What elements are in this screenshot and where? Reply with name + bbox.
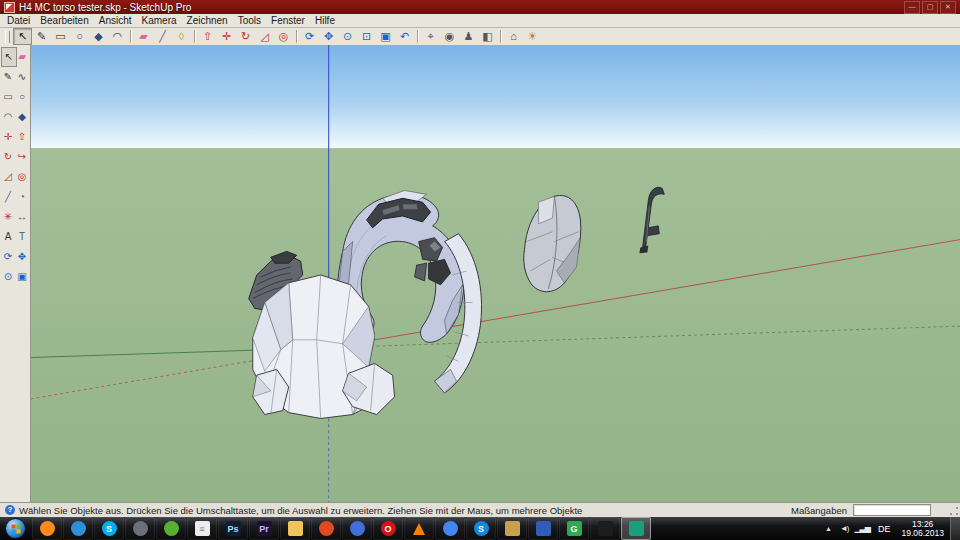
tape-measure-tool[interactable]: ╱ [153, 28, 172, 45]
clock[interactable]: 13:26 19.06.2013 [895, 520, 950, 538]
zoom-tool[interactable]: ⊙ [338, 28, 357, 45]
pan-tool[interactable]: ✥ [319, 28, 338, 45]
taskbar-chrome[interactable] [435, 517, 465, 540]
taskbar-blue-square-app[interactable] [528, 517, 558, 540]
taskbar-firefox[interactable] [32, 517, 62, 540]
scale-icon: ◿ [260, 31, 268, 42]
arc-tool[interactable]: ◠ [1, 107, 15, 127]
taskbar-green-app[interactable] [156, 517, 186, 540]
menu-tools[interactable]: Tools [233, 15, 266, 26]
orbit-tool[interactable]: ⟳ [300, 28, 319, 45]
measurements-field[interactable] [853, 504, 931, 516]
menu-zeichnen[interactable]: Zeichnen [182, 15, 233, 26]
previous-tool[interactable]: ↶ [395, 28, 414, 45]
taskbar-skype-blue[interactable]: S [466, 517, 496, 540]
minimize-button[interactable]: — [904, 1, 920, 14]
taskbar-red-ball-app[interactable] [311, 517, 341, 540]
volume-icon[interactable]: ◄) [837, 524, 852, 533]
protractor-tool[interactable]: ◔ [15, 187, 29, 207]
text-tool[interactable]: A [1, 227, 15, 247]
taskbar-sketchup[interactable] [621, 517, 651, 540]
zoom-extents-tool[interactable]: ▣ [15, 267, 29, 287]
taskbar-vlc[interactable] [404, 517, 434, 540]
follow-me-icon: ↪ [18, 152, 26, 162]
pan-tool[interactable]: ✥ [15, 247, 29, 267]
tape-measure-tool[interactable]: ╱ [1, 187, 15, 207]
menu-datei[interactable]: Datei [2, 15, 35, 26]
select-tool[interactable]: ↖ [13, 28, 32, 45]
network-icon[interactable]: ▁▃▅ [851, 524, 872, 533]
tray-expand-icon[interactable]: ▲ [820, 525, 837, 532]
menu-ansicht[interactable]: Ansicht [94, 15, 137, 26]
context-help-icon[interactable]: ? [5, 505, 15, 515]
show-desktop-button[interactable] [950, 517, 960, 540]
rotate-tool[interactable]: ↻ [1, 147, 15, 167]
resize-grip[interactable] [949, 506, 958, 515]
taskbar-tan-app[interactable] [497, 517, 527, 540]
offset-tool[interactable]: ◎ [274, 28, 293, 45]
menu-hilfe[interactable]: Hilfe [310, 15, 340, 26]
zoom-window-tool[interactable]: ⊡ [357, 28, 376, 45]
status-hint-text: Wählen Sie Objekte aus. Drücken Sie die … [19, 505, 781, 516]
polygon-tool[interactable]: ◆ [89, 28, 108, 45]
position-camera-tool[interactable]: ⌖ [421, 28, 440, 45]
protractor-icon: ◔ [19, 192, 25, 202]
circle-tool[interactable]: ○ [70, 28, 89, 45]
shadows-tool[interactable]: ☀ [523, 28, 542, 45]
taskbar-black-app[interactable] [590, 517, 620, 540]
iso-view-tool[interactable]: ⌂ [504, 28, 523, 45]
taskbar-steam[interactable] [125, 517, 155, 540]
orbit-tool[interactable]: ⟳ [1, 247, 15, 267]
move-tool[interactable]: ✛ [1, 127, 15, 147]
taskbar-skype[interactable]: S [94, 517, 124, 540]
taskbar-media-player[interactable] [63, 517, 93, 540]
model-viewport[interactable] [31, 45, 960, 503]
offset-tool[interactable]: ◎ [15, 167, 29, 187]
sketchup-app-icon [4, 2, 15, 13]
zoom-extents-tool[interactable]: ▣ [376, 28, 395, 45]
arc-tool[interactable]: ◠ [108, 28, 127, 45]
follow-me-tool[interactable]: ↪ [15, 147, 29, 167]
eraser-tool[interactable]: ▰ [15, 47, 29, 67]
skype-icon: S [102, 521, 117, 536]
rectangle-tool[interactable]: ▭ [51, 28, 70, 45]
scale-tool[interactable]: ◿ [1, 167, 15, 187]
push-pull-tool[interactable]: ⇧ [15, 127, 29, 147]
scale-tool[interactable]: ◿ [255, 28, 274, 45]
line-tool[interactable]: ✎ [1, 67, 15, 87]
menu-bearbeiten[interactable]: Bearbeiten [35, 15, 93, 26]
section-plane-tool[interactable]: ◧ [478, 28, 497, 45]
freehand-tool[interactable]: ∿ [15, 67, 29, 87]
taskbar-notepad[interactable]: ≡ [187, 517, 217, 540]
window-title: H4 MC torso tester.skp - SketchUp Pro [19, 2, 191, 13]
rotate-tool[interactable]: ↻ [236, 28, 255, 45]
look-around-tool[interactable]: ◉ [440, 28, 459, 45]
taskbar-photoshop[interactable]: Ps [218, 517, 248, 540]
menu-fenster[interactable]: Fenster [266, 15, 310, 26]
dimension-tool[interactable]: ↔ [15, 207, 29, 227]
eraser-tool[interactable]: ▰ [134, 28, 153, 45]
viewport-canvas[interactable] [31, 45, 960, 503]
taskbar-green-g-app[interactable]: G [559, 517, 589, 540]
maximize-button[interactable]: ▢ [922, 1, 938, 14]
axes-tool[interactable]: ✳ [1, 207, 15, 227]
close-button[interactable]: ✕ [940, 1, 956, 14]
zoom-tool[interactable]: ⊙ [1, 267, 15, 287]
push-pull-tool[interactable]: ⇧ [198, 28, 217, 45]
circle-tool[interactable]: ○ [15, 87, 29, 107]
walk-tool[interactable]: ♟ [459, 28, 478, 45]
menu-kamera[interactable]: Kamera [137, 15, 182, 26]
language-indicator[interactable]: DE [873, 524, 896, 534]
taskbar-premiere[interactable]: Pr [249, 517, 279, 540]
paint-bucket-tool[interactable]: ◊ [172, 28, 191, 45]
start-button[interactable] [5, 518, 26, 539]
zoom-extents-icon: ▣ [380, 31, 390, 42]
3d-text-tool[interactable]: T [15, 227, 29, 247]
taskbar-blue-ball-app[interactable] [342, 517, 372, 540]
taskbar-explorer[interactable] [280, 517, 310, 540]
move-tool[interactable]: ✛ [217, 28, 236, 45]
taskbar-opera[interactable]: O [373, 517, 403, 540]
line-tool[interactable]: ✎ [32, 28, 51, 45]
rectangle-tool[interactable]: ▭ [1, 87, 15, 107]
polygon-tool[interactable]: ◆ [15, 107, 29, 127]
